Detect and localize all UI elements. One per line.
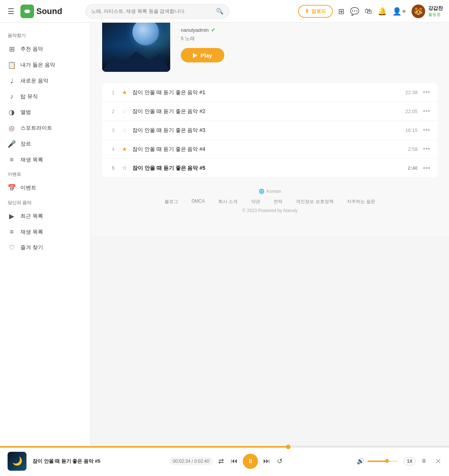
avatar-status: 활동중 [428, 12, 443, 17]
footer-link[interactable]: 연락 [273, 198, 283, 205]
search-icon[interactable]: 🔍 [216, 8, 224, 15]
track-row[interactable]: 1 ★ 잠이 안올 때 듣기 좋은 음악 #1 22:38 ••• [102, 83, 438, 102]
track-name: 잠이 안올 때 듣기 좋은 음악 #3 [132, 127, 400, 134]
sidebar-section-event: 이벤트 [0, 167, 90, 180]
track-number: 3 [110, 127, 117, 133]
user-avatar[interactable]: 🐯 강갑찬 활동중 [412, 5, 443, 18]
footer-separator: · [340, 198, 341, 205]
footer-language[interactable]: 🌐 Korean [110, 189, 430, 194]
sidebar-item-label: 새로운 음악 [20, 78, 48, 84]
footer-separator: · [244, 198, 245, 205]
verified-icon: ✔ [211, 27, 216, 33]
sidebar-item-top-music[interactable]: ♪ 탑 뮤직 [0, 89, 90, 104]
avatar-image: 🐯 [412, 5, 425, 18]
sidebar-item-playlist[interactable]: ≡ 재생 목록 [0, 152, 90, 167]
track-name: 잠이 안올 때 듣기 좋은 음악 #1 [132, 89, 400, 96]
sidebar-item-label: 탑 뮤직 [20, 93, 38, 100]
sidebar-section-music: 음악찾기 [0, 29, 90, 41]
sidebar-item-label: 앨범 [20, 109, 31, 116]
track-menu-button[interactable]: ••• [423, 145, 430, 153]
cover-mountain [102, 45, 170, 72]
sidebar-item-label: 최근 목록 [20, 213, 43, 220]
sidebar-item-album[interactable]: ◑ 앨범 [0, 104, 90, 120]
logo[interactable]: Sound [20, 5, 81, 18]
main-content: 잠이 안올 때 듣기 좋은 음악 모음 nanulyadmin ✔ 5 노래 ▶… [91, 0, 449, 236]
star-icon[interactable]: ★ [122, 89, 127, 96]
album-icon: ◑ [8, 108, 16, 116]
sidebar-item-label: 추천 음악 [20, 46, 43, 53]
track-menu-button[interactable]: ••• [423, 164, 430, 172]
sidebar-item-new-music[interactable]: ♩ 새로운 음악 [0, 73, 90, 89]
footer: 🌐 Korean 블로그·DMCA·회사 소개·약관·연락·개인정보 보호정책·… [102, 177, 438, 225]
sidebar-item-spotlight[interactable]: ◎ 스포트라이트 [0, 120, 90, 136]
avatar-name: 강갑찬 [428, 5, 443, 12]
footer-link[interactable]: 자주하는 질문 [347, 198, 375, 205]
upload-button[interactable]: ⬆ 업로드 [298, 5, 333, 18]
chat-icon[interactable]: 💬 [350, 7, 359, 16]
track-duration: 16:15 [405, 127, 418, 133]
footer-separator: · [289, 198, 290, 205]
footer-link[interactable]: DMCA [191, 198, 205, 205]
sidebar-item-genre[interactable]: 🎤 장르 [0, 136, 90, 152]
hamburger-button[interactable]: ☰ [6, 5, 16, 17]
sidebar: 음악찾기 ⊞ 추천 음악 📋 내가 들은 음악 ♩ 새로운 음악 ♪ 탑 뮤직 … [0, 23, 91, 236]
star-icon[interactable]: ☆ [122, 108, 127, 115]
sidebar-item-label: 스포트라이트 [20, 125, 52, 132]
playlist-song-count: 5 노래 [181, 35, 438, 42]
track-row[interactable]: 4 ★ 잠이 안올 때 듣기 좋은 음악 #4 2:58 ••• [102, 140, 438, 159]
svg-point-0 [26, 10, 28, 12]
header: ☰ Sound 🔍 ⬆ 업로드 ⊞ 💬 🛍 🔔 👤+ 🐯 강갑찬 활동중 [0, 0, 449, 23]
sidebar-item-my-playlist[interactable]: ≡ 재생 목록 [0, 224, 90, 236]
bag-icon[interactable]: 🛍 [365, 7, 372, 16]
event-icon: 📅 [8, 184, 16, 192]
track-list: 1 ★ 잠이 안올 때 듣기 좋은 음악 #1 22:38 ••• 2 ☆ 잠이… [102, 83, 438, 177]
globe-icon: 🌐 [259, 189, 264, 194]
star-icon[interactable]: ★ [122, 146, 127, 153]
track-duration: 2:40 [408, 165, 418, 171]
track-number: 5 [110, 165, 117, 171]
star-icon[interactable]: ☆ [122, 164, 127, 172]
track-menu-button[interactable]: ••• [423, 88, 430, 96]
track-duration: 22:05 [405, 109, 418, 114]
track-menu-button[interactable]: ••• [423, 107, 430, 115]
genre-icon: 🎤 [8, 140, 16, 148]
sidebar-item-recent[interactable]: ▶ 최근 목록 [0, 208, 90, 224]
header-actions: ⬆ 업로드 ⊞ 💬 🛍 🔔 👤+ 🐯 강갑찬 활동중 [298, 5, 443, 18]
footer-separator: · [211, 198, 212, 205]
sidebar-item-listened[interactable]: 📋 내가 들은 음악 [0, 57, 90, 73]
track-number: 4 [110, 146, 117, 152]
logo-text: Sound [36, 6, 62, 16]
sidebar-item-event[interactable]: 📅 이벤트 [0, 180, 90, 196]
search-input[interactable] [91, 8, 216, 14]
star-icon[interactable]: ☆ [122, 127, 127, 134]
track-name: 잠이 안올 때 듣기 좋은 음악 #4 [132, 146, 403, 153]
track-name: 잠이 안올 때 듣기 좋은 음악 #5 [132, 165, 402, 172]
play-icon: ▶ [193, 52, 197, 59]
sidebar-item-label: 내가 들은 음악 [20, 62, 55, 68]
grid-icon[interactable]: ⊞ [338, 7, 345, 16]
footer-link[interactable]: 약관 [251, 198, 260, 205]
listened-icon: 📋 [8, 61, 16, 69]
track-duration: 22:38 [405, 90, 418, 95]
recommended-icon: ⊞ [8, 45, 16, 53]
new-music-icon: ♩ [8, 77, 16, 85]
footer-link[interactable]: 블로그 [165, 198, 178, 205]
footer-link[interactable]: 개인정보 보호정책 [296, 198, 333, 205]
track-number: 1 [110, 90, 117, 95]
playlist-icon: ≡ [8, 156, 16, 164]
footer-link[interactable]: 회사 소개 [218, 198, 238, 205]
sidebar-item-label: 이벤트 [20, 185, 36, 191]
recent-icon: ▶ [8, 212, 16, 220]
spotlight-icon: ◎ [8, 124, 16, 132]
add-user-icon[interactable]: 👤+ [392, 7, 406, 16]
footer-separator: · [184, 198, 185, 205]
track-row[interactable]: 2 ☆ 잠이 안올 때 듣기 좋은 음악 #2 22:05 ••• [102, 102, 438, 121]
track-row[interactable]: 3 ☆ 잠이 안올 때 듣기 좋은 음악 #3 16:15 ••• [102, 121, 438, 140]
play-button[interactable]: ▶ Play [181, 48, 224, 62]
my-playlist-icon: ≡ [8, 228, 16, 236]
track-menu-button[interactable]: ••• [423, 126, 430, 134]
bell-icon[interactable]: 🔔 [378, 7, 387, 16]
sidebar-item-recommended[interactable]: ⊞ 추천 음악 [0, 41, 90, 57]
track-row[interactable]: 5 ☆ 잠이 안올 때 듣기 좋은 음악 #5 2:40 ••• [102, 159, 438, 177]
top-music-icon: ♪ [8, 93, 16, 101]
